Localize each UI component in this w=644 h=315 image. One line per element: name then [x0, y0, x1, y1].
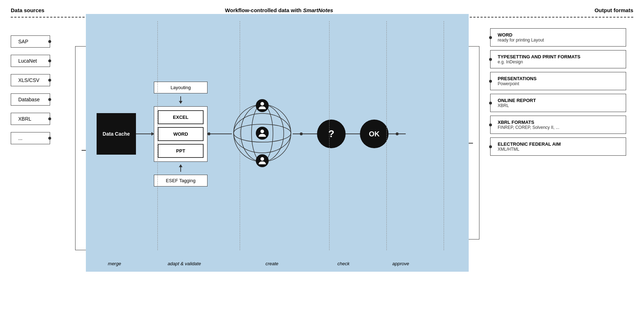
- template-excel: EXCEL: [158, 110, 204, 124]
- data-sources-column: SAP LucaNet XLS/CSV Database XBRL ...: [11, 35, 72, 144]
- output-word-title: WORD: [498, 32, 619, 38]
- output-word-subtitle: ready for printing Layout: [498, 38, 619, 43]
- h-line-5: [346, 134, 360, 134]
- output-online-title: ONLINE REPORT: [498, 98, 619, 103]
- output-typesetting-title: TYPESETTING AND PRINT FORMATS: [498, 54, 619, 59]
- output-presentations-title: PRESENTATIONS: [498, 76, 619, 81]
- h-line-2: [210, 134, 232, 134]
- arrowhead-1: [151, 132, 154, 136]
- source-xbrl: XBRL: [11, 113, 50, 125]
- person-bottom: [256, 154, 269, 169]
- layouting-box: Layouting: [154, 82, 208, 93]
- globe-section: [232, 103, 293, 165]
- output-dot-xbrl: [489, 123, 492, 126]
- output-federal-title: ELECTRONIC FEDERAL AIM: [498, 141, 619, 147]
- person-middle-icon: [256, 127, 269, 140]
- approve-circle[interactable]: OK: [360, 120, 389, 148]
- template-ppt: PPT: [158, 144, 204, 158]
- person-middle: [256, 127, 269, 141]
- stage-create: create: [236, 261, 308, 266]
- output-federal-subtitle: XML/HTML: [498, 147, 619, 152]
- connector-to-globe: [208, 132, 232, 135]
- h-line-6: [389, 134, 396, 134]
- connector-check-approve: [346, 134, 360, 134]
- dot-node-3: [396, 132, 399, 135]
- output-typesetting-subtitle: e.g. InDesign: [498, 59, 619, 64]
- output-dot-word: [489, 36, 492, 39]
- esef-box: ESEF Tagging: [154, 175, 208, 186]
- svg-point-10: [260, 157, 264, 161]
- output-dot-presentations: [489, 80, 492, 83]
- arrow-up-1: [180, 165, 181, 172]
- output-online-report: ONLINE REPORT XBRL: [490, 94, 626, 112]
- center-header-prefix: Workflow-controlled data with: [225, 7, 303, 13]
- check-circle[interactable]: ?: [317, 120, 346, 148]
- source-dot-sap: [48, 40, 51, 43]
- h-line-7: [399, 134, 406, 134]
- output-bracket: [469, 35, 483, 250]
- source-dot-xlscsv: [48, 79, 51, 82]
- h-line-4: [303, 134, 317, 134]
- right-header: Output formats: [483, 7, 633, 13]
- output-formats-column: WORD ready for printing Layout TYPESETTI…: [490, 28, 633, 156]
- stage-labels: merge adapt & validate create check appr…: [86, 261, 469, 266]
- h-line-3: [293, 134, 300, 134]
- templates-section: Layouting EXCEL WORD PPT: [154, 82, 208, 186]
- source-dot-lucanet: [48, 59, 51, 62]
- stage-check: check: [315, 261, 372, 266]
- source-dot-database: [48, 98, 51, 101]
- arrow-cache-to-templates: [136, 134, 154, 134]
- center-header: Workflow-controlled data with SmartNotes: [75, 7, 483, 13]
- bracket-connector: [82, 150, 86, 151]
- output-presentations: PRESENTATIONS Powerpoint: [490, 72, 626, 90]
- source-dot-xbrl: [48, 117, 51, 120]
- blue-workflow-area: Data Cache Layouting EXCEL: [86, 14, 469, 272]
- arrow-down-1: [180, 96, 181, 103]
- output-xbrl: XBRL FORMATS FINREP, COREP, Solvency II,…: [490, 116, 626, 134]
- brand-name: SmartNotes: [303, 7, 333, 13]
- stage-approve: approve: [372, 261, 429, 266]
- output-xbrl-title: XBRL FORMATS: [498, 120, 619, 125]
- output-presentations-subtitle: Powerpoint: [498, 81, 619, 86]
- templates-group: EXCEL WORD PPT: [154, 106, 208, 162]
- output-online-subtitle: XBRL: [498, 103, 619, 108]
- stage-adapt: adapt & validate: [143, 261, 225, 266]
- person-top: [256, 99, 269, 113]
- source-lucanet: LucaNet: [11, 55, 50, 67]
- output-dot-online: [489, 102, 492, 105]
- source-bracket: [72, 35, 86, 265]
- main-flow: Data Cache Layouting EXCEL: [97, 82, 458, 186]
- source-sap: SAP: [11, 35, 50, 48]
- connector-globe-check: [293, 132, 317, 135]
- dot-node-1: [208, 132, 210, 135]
- vdash-1: [157, 21, 158, 250]
- dot-node-2: [300, 132, 303, 135]
- output-federal: ELECTRONIC FEDERAL AIM XML/HTML: [490, 137, 626, 156]
- person-bottom-icon: [256, 154, 269, 167]
- section-headers: Data sources Workflow-controlled data wi…: [11, 7, 633, 13]
- stage-merge: merge: [93, 261, 136, 266]
- output-xbrl-subtitle: FINREP, COREP, Solvency II, ...: [498, 125, 619, 130]
- vdash-3: [329, 21, 330, 250]
- diagram-container: Data sources Workflow-controlled data wi…: [0, 0, 644, 315]
- source-xlscsv: XLS/CSV: [11, 74, 50, 86]
- output-dot-federal: [489, 145, 492, 148]
- output-dot-typesetting: [489, 58, 492, 61]
- connector-approve-out: [389, 132, 406, 135]
- output-word: WORD ready for printing Layout: [490, 28, 626, 47]
- left-header: Data sources: [11, 7, 75, 13]
- source-database: Database: [11, 93, 50, 106]
- output-typesetting: TYPESETTING AND PRINT FORMATS e.g. InDes…: [490, 50, 626, 68]
- bracket-right-connector: [469, 143, 473, 144]
- svg-point-6: [260, 102, 264, 106]
- source-dot-other: [48, 137, 51, 140]
- data-cache-box: Data Cache: [97, 113, 136, 155]
- vdash-4: [386, 21, 387, 250]
- svg-point-8: [260, 130, 264, 133]
- person-top-icon: [256, 99, 269, 112]
- template-word: WORD: [158, 127, 204, 141]
- source-other: ...: [11, 132, 50, 144]
- bracket-left: [75, 46, 86, 250]
- vdash-5: [444, 21, 444, 250]
- h-line-1: [136, 134, 154, 134]
